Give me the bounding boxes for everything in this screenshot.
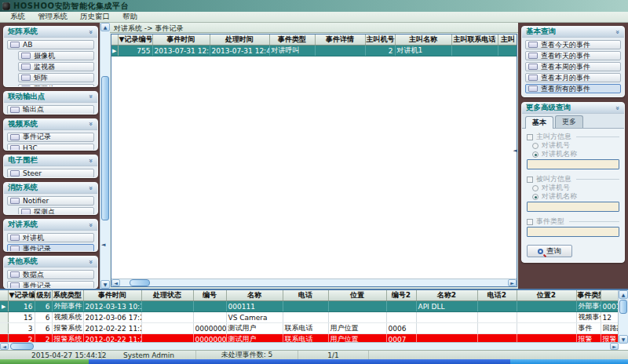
menu-item[interactable]: 管理系统 — [32, 11, 73, 23]
advanced-query-body: 主叫方信息 对讲机号 对讲机名称 — [522, 129, 624, 262]
scroll-right-icon[interactable]: ► — [610, 343, 619, 350]
scroll-down-icon[interactable]: ▼ — [619, 335, 628, 344]
panel-header[interactable]: 对讲系统» — [4, 220, 97, 231]
query-button[interactable]: 查询 — [527, 245, 572, 257]
scrollbar-thumb[interactable] — [101, 76, 109, 220]
panel-header[interactable]: 基本查询 » — [522, 27, 624, 38]
column-header[interactable]: 编号2 — [386, 290, 416, 301]
column-header[interactable]: 位置 — [328, 290, 386, 301]
sidebar-collapse-icon[interactable]: ◄ — [101, 242, 105, 248]
column-header[interactable]: 名称2 — [416, 290, 477, 301]
scrollbar-thumb[interactable] — [619, 300, 627, 314]
scrollbar-track[interactable] — [120, 279, 508, 286]
scrollbar-thumb[interactable] — [130, 279, 150, 286]
column-header[interactable]: 主叫机号 — [365, 35, 395, 46]
column-header[interactable]: 处理时间 — [210, 35, 269, 46]
sidebar-item[interactable]: H3C — [7, 144, 94, 151]
collapse-icon[interactable]: » — [88, 94, 94, 99]
tab-basic[interactable]: 基本 — [525, 116, 553, 129]
query-shortcut-item[interactable]: 查看本周的事件 — [525, 62, 621, 71]
collapse-icon[interactable]: » — [88, 30, 94, 35]
scroll-down-icon[interactable]: ▼ — [100, 280, 110, 289]
query-shortcut-item[interactable]: 查看本月的事件 — [525, 73, 621, 82]
column-header[interactable]: 系统类型 — [52, 290, 83, 301]
column-header[interactable]: 事件详情 — [315, 35, 365, 46]
collapse-icon[interactable]: » — [615, 30, 621, 35]
column-header[interactable]: 编号 — [193, 290, 226, 301]
collapse-icon[interactable]: » — [88, 260, 94, 264]
column-header[interactable]: 事件时间 — [83, 290, 141, 301]
scrollbar-track[interactable] — [9, 343, 610, 350]
sidebar-item[interactable]: 监视器 — [18, 62, 94, 71]
table-row[interactable]: 36报警系统2012-02-22 11:26:0200000002测试用户联系电… — [0, 323, 619, 334]
query-shortcut-item[interactable]: 查看今天的事件 — [525, 40, 621, 49]
column-header[interactable]: 名称 — [226, 290, 283, 301]
column-header[interactable]: 主叫联系电话 — [451, 35, 498, 46]
column-header[interactable]: 位置2 — [517, 290, 576, 301]
collapse-icon[interactable]: » — [88, 186, 94, 191]
sidebar-item[interactable]: 矩阵 — [18, 73, 94, 82]
panel-header[interactable]: 视频系统» — [4, 119, 97, 130]
menu-item[interactable]: 历史窗口 — [75, 11, 115, 23]
column-header[interactable]: 主叫名称 — [395, 35, 451, 46]
collapse-icon[interactable]: » — [615, 106, 621, 111]
sidebar-item[interactable]: Steer — [7, 169, 94, 178]
sidebar-item[interactable]: 对讲机 — [7, 233, 94, 242]
global-table-vscrollbar[interactable]: ▲ ▼ — [618, 290, 628, 344]
sidebar-item[interactable]: 预置位 — [18, 84, 94, 87]
sidebar-item[interactable]: 摄像机 — [18, 51, 94, 60]
scroll-right-icon[interactable]: ► — [508, 279, 517, 286]
column-header[interactable]: 处理状态 — [141, 290, 193, 301]
column-header[interactable]: ▼记录编号 — [8, 290, 35, 301]
query-shortcut-item[interactable]: 查看所有的事件 — [525, 84, 621, 93]
column-header[interactable]: 事件时间 — [152, 35, 210, 46]
panel-header[interactable]: 电子围栏» — [4, 155, 97, 166]
scrollbar-thumb[interactable] — [10, 343, 34, 350]
cell — [386, 301, 416, 312]
column-header[interactable]: 主叫 — [498, 35, 517, 46]
caller-name-input[interactable] — [527, 159, 619, 169]
panel-header[interactable]: 其他系统» — [4, 257, 97, 268]
scroll-up-icon[interactable]: ▲ — [100, 23, 110, 31]
panel-header[interactable]: 矩阵系统» — [4, 27, 97, 38]
menu-item[interactable]: 帮助 — [117, 11, 143, 23]
collapse-icon[interactable]: » — [88, 223, 94, 228]
sidebar-item[interactable]: 事件记录 — [7, 281, 94, 289]
column-header[interactable]: ▼记录编号 — [118, 35, 152, 46]
scroll-left-icon[interactable]: ◄ — [111, 279, 120, 286]
panel-header[interactable]: 联动输出点» — [4, 92, 97, 103]
sidebar-item[interactable]: 输出点 — [7, 105, 94, 115]
column-header[interactable] — [601, 290, 619, 301]
menu-item[interactable]: 系统 — [5, 11, 31, 23]
column-header[interactable]: 电话 — [283, 290, 328, 301]
sidebar-item[interactable]: 事件记录 — [7, 244, 94, 252]
scroll-left-icon[interactable]: ◄ — [0, 343, 9, 350]
column-header[interactable]: 事件类型 — [269, 35, 315, 46]
sidebar-item[interactable]: 探测点 — [18, 207, 94, 215]
global-table-hscrollbar[interactable]: ◄ ► — [0, 342, 619, 350]
panel-header[interactable]: 更多高级查询 » — [522, 103, 624, 114]
scroll-up-icon[interactable]: ▲ — [619, 290, 628, 299]
column-header[interactable]: 事件类型 — [576, 290, 601, 301]
tab-more[interactable]: 更多 — [555, 115, 583, 128]
sidebar-item[interactable]: AB — [7, 40, 94, 49]
query-panel-collapse-icon[interactable]: ◄ — [513, 148, 517, 154]
query-shortcut-item[interactable]: 查看昨天的事件 — [525, 51, 621, 60]
sidebar-item[interactable]: Notifier — [7, 196, 94, 206]
panel-header[interactable]: 消防系统» — [4, 183, 97, 194]
sidebar-item[interactable]: 数据点 — [7, 270, 94, 279]
collapse-icon[interactable]: » — [88, 122, 94, 126]
sidebar-item[interactable]: 事件记录 — [7, 133, 94, 142]
table-row[interactable]: 156视频系统2012-03-06 17:26:34VS Camera视频事件1… — [0, 312, 619, 323]
table-row[interactable]: ▶7552013-07-31 12:39:132013-07-31 12:42:… — [111, 46, 517, 56]
item-icon — [10, 134, 20, 140]
sidebar-scrollbar[interactable]: ▲ ▼ — [100, 23, 110, 289]
scrollbar-track[interactable] — [619, 299, 628, 335]
event-table-hscrollbar[interactable]: ◄ ► — [111, 278, 517, 286]
collapse-icon[interactable]: » — [88, 158, 94, 163]
table-row[interactable]: ▶166外部事件2012-03-13 10:38:04000111API DLL… — [0, 301, 619, 312]
column-header[interactable]: 级别 — [35, 290, 52, 301]
event-type-input[interactable] — [527, 227, 619, 237]
callee-name-input[interactable] — [527, 202, 619, 212]
column-header[interactable]: 电话2 — [477, 290, 517, 301]
